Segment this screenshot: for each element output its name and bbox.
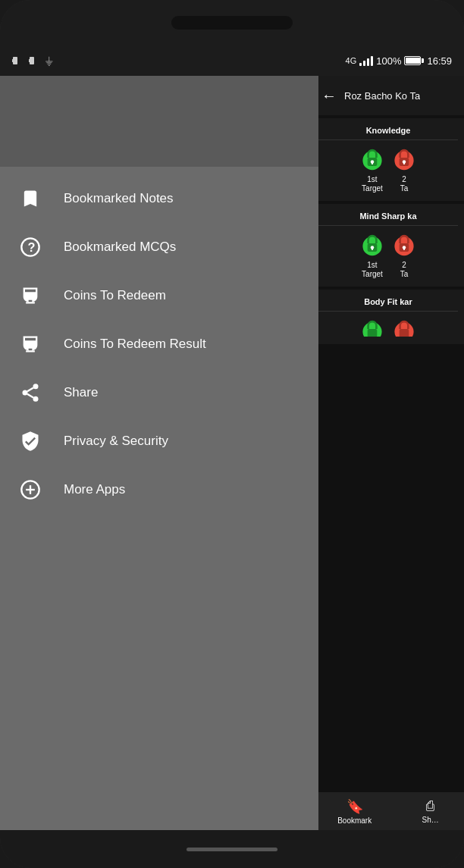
svg-rect-1 [12, 59, 14, 62]
navigation-drawer: Bookmarked Notes ? Bookmarked MCQs [0, 76, 318, 830]
svg-rect-21 [368, 329, 378, 337]
svg-rect-19 [403, 248, 405, 251]
bookmark-action-icon: 🔖 [346, 798, 363, 815]
svg-line-29 [27, 394, 33, 398]
drawer-header [0, 76, 318, 167]
more-apps-label: More Apps [64, 482, 125, 497]
card-body-fit: Body Fit kar [312, 290, 464, 344]
right-panel: ← Roz Bacho Ko Ta Knowledge [312, 76, 464, 830]
menu-item-bookmarked-mcqs[interactable]: ? Bookmarked MCQs [0, 223, 318, 271]
bookmark-action[interactable]: 🔖 Bookmark [337, 798, 372, 825]
share-menu-label: Share [64, 385, 98, 400]
card-body-fit-title: Body Fit kar [318, 297, 458, 312]
status-right-info: 4G 100% 16:59 [346, 55, 452, 67]
target-1st-label: 1stTarget [362, 175, 383, 193]
bookmarked-mcqs-icon: ? [18, 235, 42, 259]
coins-redeem-icon [18, 284, 42, 308]
coins-redeem-label: Coins To Redeem [64, 288, 166, 303]
bookmark-notes-icon [18, 186, 42, 211]
red-lock-icon [390, 145, 418, 172]
mind-green-lock-icon [359, 230, 386, 258]
battery-percent: 100% [376, 55, 401, 67]
app-bar-title: Roz Bacho Ko Ta [344, 90, 420, 102]
bookmark-action-label: Bookmark [337, 816, 372, 825]
share-menu-icon [18, 381, 42, 405]
card-knowledge-targets: 1stTarget 2Ta [318, 145, 458, 193]
usb-icon: ⏚ [45, 54, 53, 67]
svg-rect-15 [372, 248, 373, 251]
target-1st: 1stTarget [359, 145, 386, 193]
sim2-icon [29, 55, 41, 66]
svg-point-28 [33, 396, 39, 402]
svg-rect-11 [403, 162, 405, 165]
mind-target-1st: 1stTarget [359, 230, 386, 279]
card-knowledge: Knowledge 1stTarget [312, 118, 464, 201]
body-target-1st [359, 316, 386, 337]
mind-target-2nd: 2Ta [390, 230, 418, 279]
body-target-2nd [390, 316, 418, 337]
svg-point-27 [23, 390, 28, 396]
home-indicator [187, 848, 277, 851]
menu-item-more-apps[interactable]: More Apps [0, 465, 318, 514]
network-type: 4G [346, 56, 357, 65]
phone-frame: ⏚ 4G 100% 16:59 [0, 0, 464, 868]
mind-red-lock-icon [390, 230, 418, 258]
card-mind-sharp-title: Mind Sharp ka [318, 212, 458, 226]
app-bar: ← Roz Bacho Ko Ta [312, 76, 464, 115]
svg-rect-23 [400, 329, 409, 337]
screen: ← Roz Bacho Ko Ta Knowledge [0, 76, 464, 830]
share-action[interactable]: ⎙ Sh… [422, 798, 439, 824]
menu-item-share[interactable]: Share [0, 368, 318, 417]
svg-line-30 [27, 388, 33, 392]
bookmarked-mcqs-label: Bookmarked MCQs [64, 240, 176, 255]
menu-item-coins-redeem-result[interactable]: Coins To Redeem Result [0, 320, 318, 368]
mind-target-2nd-label: 2Ta [400, 261, 409, 279]
mind-target-1st-label: 1stTarget [362, 261, 383, 279]
card-mind-sharp-targets: 1stTarget 2Ta [318, 230, 458, 279]
privacy-security-label: Privacy & Security [64, 434, 168, 449]
signal-bars [359, 55, 373, 66]
bookmarked-notes-label: Bookmarked Notes [64, 191, 174, 206]
body-green-lock-icon [359, 316, 386, 337]
more-apps-icon [18, 478, 42, 502]
menu-item-coins-redeem[interactable]: Coins To Redeem [0, 271, 318, 320]
bottom-action-bar: 🔖 Bookmark ⎙ Sh… [312, 792, 464, 830]
share-action-icon: ⎙ [426, 798, 434, 814]
card-knowledge-title: Knowledge [318, 126, 458, 140]
share-action-label: Sh… [422, 816, 439, 824]
coins-redeem-result-icon [18, 332, 42, 356]
target-2nd-label: 2Ta [400, 175, 409, 193]
svg-point-26 [33, 384, 39, 389]
time-display: 16:59 [427, 55, 452, 67]
privacy-security-icon [18, 429, 42, 453]
coins-redeem-result-label: Coins To Redeem Result [64, 337, 206, 352]
target-2nd: 2Ta [390, 145, 418, 193]
menu-item-privacy-security[interactable]: Privacy & Security [0, 417, 318, 465]
card-mind-sharp: Mind Sharp ka 1stTarget [312, 204, 464, 287]
notch-pill [171, 16, 293, 30]
svg-text:?: ? [28, 240, 36, 254]
drawer-menu: Bookmarked Notes ? Bookmarked MCQs [0, 167, 318, 522]
top-notch-bar [0, 0, 464, 45]
card-body-fit-targets [318, 316, 458, 337]
svg-rect-7 [372, 162, 373, 165]
body-red-lock-icon [390, 316, 418, 337]
status-left-icons: ⏚ [12, 54, 53, 67]
svg-rect-3 [29, 59, 30, 62]
green-lock-icon [359, 145, 386, 172]
back-button[interactable]: ← [321, 87, 337, 105]
status-bar: ⏚ 4G 100% 16:59 [0, 45, 464, 76]
bottom-phone-bar [0, 830, 464, 868]
battery-icon [404, 56, 424, 65]
menu-item-bookmarked-notes[interactable]: Bookmarked Notes [0, 174, 318, 223]
sim1-icon [12, 55, 24, 66]
